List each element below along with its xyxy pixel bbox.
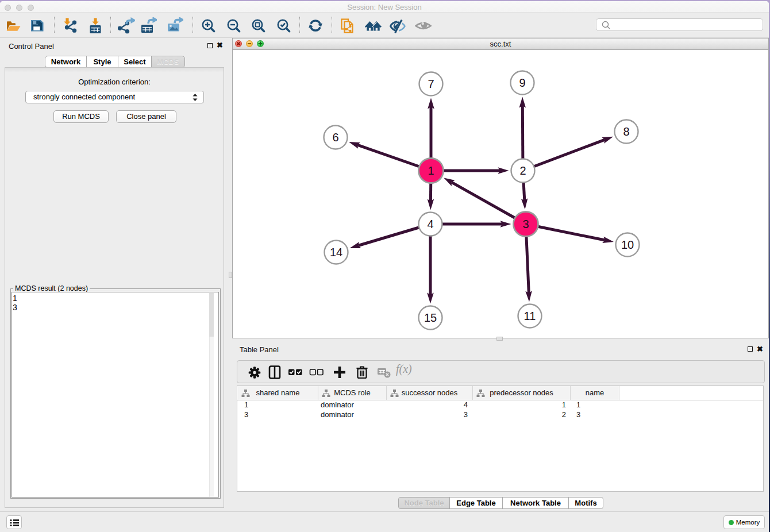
svg-text:3: 3 xyxy=(522,218,529,230)
svg-text:4: 4 xyxy=(427,218,433,230)
svg-text:9: 9 xyxy=(519,76,525,89)
svg-text:2: 2 xyxy=(519,164,526,177)
svg-text:1: 1 xyxy=(428,164,434,177)
svg-text:6: 6 xyxy=(332,131,338,144)
svg-text:7: 7 xyxy=(428,78,434,90)
svg-text:15: 15 xyxy=(424,311,437,324)
svg-text:10: 10 xyxy=(621,238,634,251)
svg-text:8: 8 xyxy=(623,125,629,138)
svg-text:11: 11 xyxy=(524,310,536,322)
svg-text:14: 14 xyxy=(330,246,342,259)
